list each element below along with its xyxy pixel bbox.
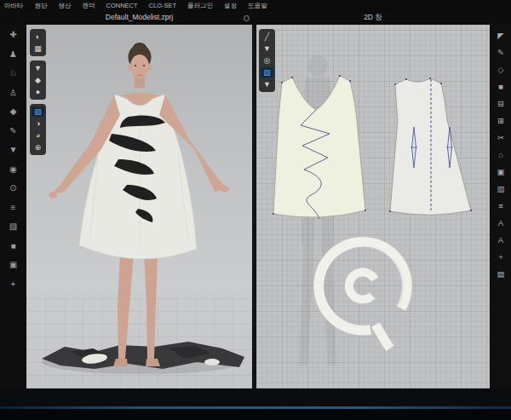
text-style-icon[interactable]: A — [493, 234, 508, 246]
measure-icon[interactable]: + — [493, 251, 508, 263]
right-leg — [144, 253, 158, 359]
3d-viewport-toolbar: ◐▦ ▼◆● ▨◑◕⊕ — [30, 29, 46, 155]
left-leg — [118, 253, 134, 359]
fabric-texture-icon[interactable]: ▨ — [6, 221, 21, 233]
menu-item[interactable]: CONNECT — [106, 0, 138, 11]
buttonhole-icon[interactable]: ⊙ — [6, 182, 21, 194]
left-hand — [49, 193, 57, 198]
menu-item[interactable]: 원단 — [35, 0, 48, 11]
avatar-skin-icon[interactable]: ◕ — [32, 130, 44, 141]
world-gizmo-icon[interactable]: ⊕ — [32, 142, 44, 152]
tab-row: Default_Modelist.zprj 2D 창 — [0, 11, 511, 25]
pin-icon[interactable]: + — [6, 279, 21, 291]
pose-icon[interactable]: ◆ — [32, 75, 44, 85]
menu-item[interactable]: 설정 — [224, 0, 237, 11]
right-toolbar: ◤ ✎ ◇ ■ ⊟ ⊞ ✂ ⌂ ▣ ▥ ≡ A — [490, 25, 511, 388]
show-garment-icon[interactable]: ▼ — [32, 63, 44, 73]
pattern-back-icon[interactable]: ▼ — [261, 79, 273, 89]
edit-point-icon[interactable]: ◇ — [493, 64, 508, 76]
fabric-dark-swatch-icon[interactable]: ■ — [6, 240, 21, 252]
drape-mode-icon[interactable]: ◑ — [32, 118, 44, 129]
3d-avatar-scene — [26, 25, 252, 388]
avatar-arrange-icon[interactable]: ♙ — [6, 87, 21, 99]
workspace: ✚ ♟ ♘ ♙ ◆ ✎ ▼ ◉ ⊙ ≡ ▨ ■ — [0, 25, 511, 388]
left-eye — [135, 65, 136, 66]
tab-menu-icon[interactable] — [244, 15, 250, 21]
texture-mode-icon[interactable]: ▨ — [261, 67, 273, 78]
text-tool-icon[interactable]: A — [493, 217, 508, 229]
garment-icon[interactable]: ▼ — [6, 144, 21, 156]
pleat-tool-icon[interactable]: ▤ — [493, 268, 508, 280]
menu-item[interactable]: 아바타 — [4, 0, 24, 11]
fabric-mode-icon[interactable]: ▨ — [32, 106, 44, 117]
right-foot — [146, 359, 160, 366]
menu-item[interactable]: 플러그인 — [187, 0, 213, 11]
dress — [79, 95, 197, 259]
right-hand — [221, 187, 229, 193]
rectangle-tool-icon[interactable]: ⊟ — [493, 98, 508, 110]
face — [130, 55, 149, 78]
right-eye — [143, 65, 145, 66]
menu-item[interactable]: CLO-SET — [149, 0, 177, 11]
pattern-back[interactable] — [389, 78, 472, 215]
menu-bar: 아바타 원단 생산 렌더 CONNECT CLO-SET 플러그인 설정 도움말 — [0, 0, 511, 11]
tape-tool-icon[interactable]: ✎ — [6, 125, 21, 137]
dart-tool-icon[interactable]: ⊞ — [493, 115, 508, 127]
3d-viewport[interactable]: ◐▦ ▼◆● ▨◑◕⊕ — [26, 25, 252, 388]
seam-allowance-icon[interactable]: ▣ — [493, 166, 508, 178]
info-icon[interactable]: ◎ — [261, 55, 273, 66]
move-gizmo-icon[interactable]: ✚ — [6, 29, 21, 41]
monitor-bezel — [0, 388, 511, 420]
2d-window-title: 2D 창 — [364, 13, 382, 21]
left-toolbar: ✚ ♟ ♘ ♙ ◆ ✎ ▼ ◉ ⊙ ≡ ▨ ■ — [0, 25, 26, 388]
monitor-photo: 아바타 원단 생산 렌더 CONNECT CLO-SET 플러그인 설정 도움말… — [0, 0, 511, 420]
button-icon[interactable]: ◉ — [6, 164, 21, 175]
pattern-front-icon[interactable]: ▼ — [261, 43, 273, 54]
show-avatar-icon[interactable]: ● — [32, 87, 44, 97]
polygon-tool-icon[interactable]: ■ — [493, 81, 508, 93]
menu-item[interactable]: 도움말 — [248, 0, 267, 11]
menu-item[interactable]: 렌더 — [83, 0, 95, 11]
2d-pattern-scene — [256, 25, 490, 388]
draw-line-icon[interactable]: ╱ — [261, 32, 273, 42]
left-foot — [113, 359, 128, 366]
render-view-icon[interactable]: ▦ — [32, 43, 44, 54]
zipper-icon[interactable]: ≡ — [6, 202, 21, 214]
avatar[interactable] — [49, 43, 229, 366]
trace-tool-icon[interactable]: ⌂ — [493, 149, 508, 161]
avatar-pose-icon[interactable]: ♟ — [6, 49, 21, 60]
avatar-walk-icon[interactable]: ♘ — [6, 67, 21, 79]
tab-2d-window[interactable]: 2D 창 — [256, 11, 490, 25]
grading-icon[interactable]: ≡ — [493, 200, 508, 212]
project-file-title: Default_Modelist.zprj — [106, 13, 173, 21]
snapshot-icon[interactable]: ◐ — [32, 32, 44, 42]
transform-pattern-icon[interactable]: ◤ — [493, 30, 508, 42]
fabric-light-swatch-icon[interactable]: ▣ — [6, 259, 21, 271]
menu-item[interactable]: 생산 — [59, 0, 72, 11]
2d-viewport[interactable]: ╱▼◎▨▼ — [256, 25, 490, 388]
scissors-icon[interactable]: ✂ — [493, 132, 508, 144]
edit-curve-icon[interactable]: ✎ — [493, 47, 508, 59]
internal-shape-icon[interactable]: ▥ — [493, 183, 508, 195]
white-fabric-piece — [204, 359, 220, 365]
tab-3d-window[interactable]: Default_Modelist.zprj — [26, 11, 252, 25]
avatar-size-icon[interactable]: ◆ — [6, 106, 21, 118]
bezel-bottom — [0, 409, 511, 420]
2d-viewport-toolbar: ╱▼◎▨▼ — [259, 29, 275, 92]
